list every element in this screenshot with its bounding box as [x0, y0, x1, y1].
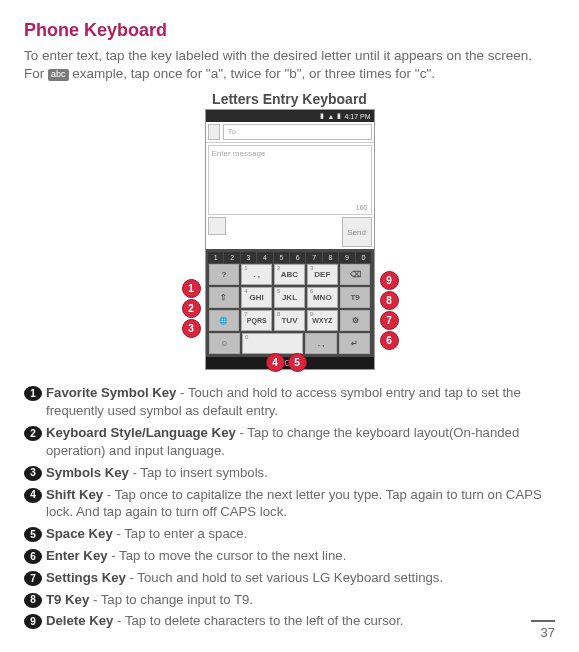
callout-1: 1: [182, 279, 201, 298]
enter-key[interactable]: ↵: [339, 333, 371, 354]
callout-4: 4: [266, 353, 285, 372]
clock: 4:17 PM: [344, 113, 370, 120]
callout-6: 6: [380, 331, 399, 350]
legend-list: 1Favorite Symbol Key - Touch and hold to…: [24, 384, 555, 630]
ghi-key[interactable]: 4GHI: [241, 287, 272, 308]
signal-icon: ▮: [320, 112, 324, 120]
legend-item: 9Delete Key - Tap to delete characters t…: [24, 612, 555, 630]
digit-key[interactable]: 3: [241, 252, 256, 263]
key-row-3: 🌐 7PQRS 8TUV 9WXYZ ⚙: [208, 309, 372, 332]
callout-8: 8: [380, 291, 399, 310]
digit-key[interactable]: 5: [274, 252, 289, 263]
delete-key[interactable]: ⌫: [340, 264, 371, 285]
abc-example-chip: abc: [48, 69, 69, 81]
legend-title: Enter Key: [46, 548, 108, 563]
legend-desc: - Tap to delete characters to the left o…: [113, 613, 403, 628]
legend-title: Keyboard Style/Language Key: [46, 425, 236, 440]
legend-num: 1: [24, 386, 42, 401]
send-button[interactable]: Send: [342, 217, 372, 247]
digit-key[interactable]: 8: [323, 252, 338, 263]
symbols-key[interactable]: ☺: [209, 333, 241, 354]
phone-frame: ▮ ▲ ▮ 4:17 PM To Enter message 160 Send …: [205, 109, 375, 370]
shift-key[interactable]: ⇧: [209, 287, 240, 308]
intro-paragraph: To enter text, tap the key labeled with …: [24, 47, 555, 83]
legend-item: 4Shift Key - Tap once to capitalize the …: [24, 486, 555, 522]
callout-5: 5: [288, 353, 307, 372]
legend-num: 4: [24, 488, 42, 503]
legend-title: Favorite Symbol Key: [46, 385, 176, 400]
legend-num: 7: [24, 571, 42, 586]
legend-num: 8: [24, 593, 42, 608]
page-title: Phone Keyboard: [24, 20, 555, 41]
pqrs-key[interactable]: 7PQRS: [241, 310, 272, 331]
key-row-2: ⇧ 4GHI 5JKL 6MNO T9: [208, 286, 372, 309]
period-key[interactable]: . ,: [305, 333, 337, 354]
digit-key[interactable]: 7: [306, 252, 321, 263]
legend-num: 9: [24, 614, 42, 629]
legend-num: 5: [24, 527, 42, 542]
def-key[interactable]: 3DEF: [307, 264, 338, 285]
back-button[interactable]: [208, 124, 220, 140]
digit-key[interactable]: 9: [339, 252, 354, 263]
legend-item: 5Space Key - Tap to enter a space.: [24, 525, 555, 543]
abc-key[interactable]: 2ABC: [274, 264, 305, 285]
legend-desc: - Tap to insert symbols.: [129, 465, 268, 480]
message-area[interactable]: Enter message 160: [208, 145, 372, 215]
legend-item: 7Settings Key - Touch and hold to set va…: [24, 569, 555, 587]
phone-figure: ▮ ▲ ▮ 4:17 PM To Enter message 160 Send …: [180, 109, 400, 370]
digit-key[interactable]: 6: [290, 252, 305, 263]
legend-title: Delete Key: [46, 613, 113, 628]
space-key[interactable]: 0: [242, 333, 303, 354]
intro-text-post: example, tap once for "a", twice for "b"…: [72, 66, 435, 81]
key-row-4: ☺ 0 . , ↵: [208, 332, 372, 355]
t9-key[interactable]: T9: [340, 287, 371, 308]
legend-item: 8T9 Key - Tap to change input to T9.: [24, 591, 555, 609]
callout-2: 2: [182, 299, 201, 318]
legend-title: Symbols Key: [46, 465, 129, 480]
wxyz-key[interactable]: 9WXYZ: [307, 310, 338, 331]
callout-7: 7: [380, 311, 399, 330]
legend-title: Settings Key: [46, 570, 126, 585]
page-number: 37: [531, 620, 555, 640]
wifi-icon: ▲: [327, 113, 334, 120]
message-placeholder: Enter message: [212, 149, 368, 158]
mno-key[interactable]: 6MNO: [307, 287, 338, 308]
status-bar: ▮ ▲ ▮ 4:17 PM: [206, 110, 374, 122]
tuv-key[interactable]: 8TUV: [274, 310, 305, 331]
digit-key[interactable]: 4: [257, 252, 272, 263]
legend-num: 3: [24, 466, 42, 481]
legend-item: 6Enter Key - Tap to move the cursor to t…: [24, 547, 555, 565]
digit-key[interactable]: 1: [208, 252, 223, 263]
legend-title: T9 Key: [46, 592, 89, 607]
legend-title: Shift Key: [46, 487, 103, 502]
jkl-key[interactable]: 5JKL: [274, 287, 305, 308]
legend-item: 1Favorite Symbol Key - Touch and hold to…: [24, 384, 555, 420]
key-row-1: ? 1. , 2ABC 3DEF ⌫: [208, 263, 372, 286]
callout-9: 9: [380, 271, 399, 290]
digit-key[interactable]: 0: [356, 252, 371, 263]
battery-icon: ▮: [337, 112, 341, 120]
legend-title: Space Key: [46, 526, 113, 541]
legend-desc: - Tap to enter a space.: [113, 526, 248, 541]
punct-key[interactable]: 1. ,: [241, 264, 272, 285]
figure-caption: Letters Entry Keyboard: [24, 91, 555, 107]
to-field[interactable]: To: [223, 124, 372, 140]
keyboard: 1 2 3 4 5 6 7 8 9 0 ? 1. , 2ABC 3DEF ⌫ ⇧…: [206, 249, 374, 357]
legend-num: 6: [24, 549, 42, 564]
digit-key[interactable]: 2: [224, 252, 239, 263]
legend-item: 3Symbols Key - Tap to insert symbols.: [24, 464, 555, 482]
callout-3: 3: [182, 319, 201, 338]
legend-desc: - Touch and hold to set various LG Keybo…: [126, 570, 443, 585]
char-count: 160: [212, 204, 368, 211]
legend-item: 2Keyboard Style/Language Key - Tap to ch…: [24, 424, 555, 460]
legend-num: 2: [24, 426, 42, 441]
legend-desc: - Tap to change input to T9.: [89, 592, 253, 607]
legend-desc: - Tap to move the cursor to the next lin…: [108, 548, 347, 563]
digit-row: 1 2 3 4 5 6 7 8 9 0: [208, 251, 372, 263]
legend-desc: - Tap once to capitalize the next letter…: [46, 487, 542, 520]
language-key[interactable]: 🌐: [209, 310, 240, 331]
attach-button[interactable]: [208, 217, 226, 235]
favorite-symbol-key[interactable]: ?: [209, 264, 240, 285]
settings-key[interactable]: ⚙: [340, 310, 371, 331]
